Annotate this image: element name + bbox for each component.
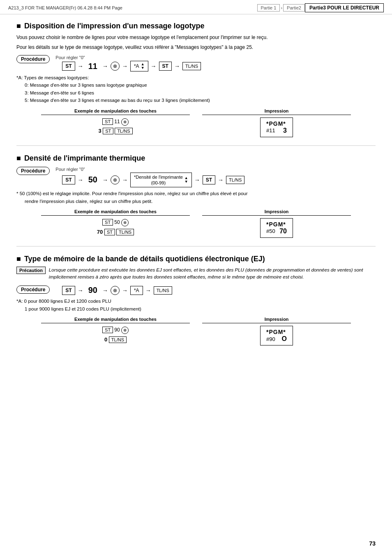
flow-tlns1: TL/NS xyxy=(182,62,201,70)
example-col-print-2: Impression *PGM* #50 70 xyxy=(202,209,351,238)
flow-times1: ⊗ xyxy=(111,62,120,71)
print-line2-row-3: #90 O xyxy=(266,335,287,343)
notes-section3: *A: 0 pour 8000 lignes EJ et 1200 codes … xyxy=(16,297,376,313)
arrow4: → xyxy=(151,63,157,69)
partie3-text: POUR LE DIRECTEUR xyxy=(326,5,379,11)
print-pgm-2: *PGM* xyxy=(266,221,287,228)
key2-50: 50 xyxy=(114,219,121,225)
flow-diagram-1: ST → 11 → ⊗ → *A ▲▼ → ST → TL/NS xyxy=(62,61,201,71)
flow2-st1: ST xyxy=(62,175,75,184)
section-density: Densité de l'imprimante thermique Procéd… xyxy=(16,154,376,238)
tab-partie2[interactable]: Partie2 xyxy=(283,4,305,12)
procedure-badge-3: Procédure xyxy=(16,286,50,294)
section3-title: Type de mémoire de la bande de détails q… xyxy=(16,255,376,263)
print-value-2: 70 xyxy=(279,228,287,235)
flow-diagram-3: ST → 90 → ⊗ → *A → TL/NS xyxy=(62,286,172,295)
flow2-density-container: *Densité de l'imprimante(00-99) ▲▼ xyxy=(130,173,192,188)
example-table-3: Exemple de manipulation des touches ST 9… xyxy=(41,317,351,345)
key3-90: 90 xyxy=(114,327,121,333)
example-col-print-1: Impression *PGM* #11 3 xyxy=(202,108,351,137)
flow-num1: 11 xyxy=(88,62,97,71)
print-line2-row-2: #50 70 xyxy=(266,228,287,235)
example-col-print-3: Impression *PGM* #90 O xyxy=(202,317,351,345)
arrow5: → xyxy=(174,63,180,69)
arrow2-3: → xyxy=(122,177,128,183)
flow2-times: ⊗ xyxy=(111,175,120,184)
flow2-tlns: TL/NS xyxy=(226,176,244,184)
example-header-print-3: Impression xyxy=(202,317,351,323)
flow3-times: ⊗ xyxy=(111,286,120,295)
example-header-keys-3: Exemple de manipulation des touches xyxy=(41,317,190,323)
example-header-print-2: Impression xyxy=(202,209,351,216)
arrow2: → xyxy=(102,63,108,69)
example-keys-3: ST 90 ⊗ 0 TL/NS xyxy=(41,326,190,344)
key2-st2: ST xyxy=(104,229,115,235)
example-col-keys-1: Exemple de manipulation des touches ST 1… xyxy=(41,108,190,136)
section1-intro1: Vous pouvez choisir le nombre de lignes … xyxy=(16,34,376,41)
key2-70: 70 xyxy=(97,229,104,235)
key3-tlns: TL/NS xyxy=(109,336,127,343)
key3-times: ⊗ xyxy=(121,327,129,334)
arrow2-2: → xyxy=(102,177,108,183)
print-box-3: *PGM* #90 O xyxy=(260,326,293,345)
example-header-keys-2: Exemple de manipulation des touches xyxy=(41,209,190,216)
flow2-density-label: *Densité de l'imprimante(00-99) xyxy=(134,174,183,186)
note-section2: * 50 (100%) est le réglage implicite. Po… xyxy=(16,190,376,205)
key-st2: ST xyxy=(103,128,113,134)
flow-st2: ST xyxy=(159,62,172,71)
print-value-1: 3 xyxy=(283,127,287,134)
header-left-text: A213_3 FOR THE MANAGER(Fr) 06.4.28 8:44 … xyxy=(8,5,122,10)
flow-a-container: *A ▲▼ xyxy=(130,61,148,71)
divider-2 xyxy=(16,246,376,246)
pour-regler-2: Pour régler "0" xyxy=(55,167,244,172)
flow3-st1: ST xyxy=(62,286,75,295)
flow-diagram-2: ST → 50 → ⊗ → *Densité de l'imprimante(0… xyxy=(62,173,244,188)
flow2-num: 50 xyxy=(88,175,97,184)
caution-text: Lorsque cette procédure est exécutée les… xyxy=(49,267,376,281)
flow3-a-label: *A xyxy=(134,288,139,293)
tab-separator: › xyxy=(280,5,283,10)
divider-1 xyxy=(16,145,376,146)
tab-bar: Partie 1 › Partie2 Partie3 POUR LE DIREC… xyxy=(257,3,384,12)
tab-partie1[interactable]: Partie 1 xyxy=(257,4,280,12)
flow-a-label: *A xyxy=(134,63,139,69)
print-pgm-3: *PGM* xyxy=(266,329,287,335)
arrow3-2: → xyxy=(102,287,108,294)
example-table-2: Exemple de manipulation des touches ST 5… xyxy=(41,209,351,238)
print-num-1: #11 xyxy=(266,127,275,134)
notes-section1: *A: Types de messages logotypes: 0: Mess… xyxy=(16,74,376,104)
arrow3-1: → xyxy=(78,287,83,294)
updown-arrows: ▲▼ xyxy=(141,62,145,70)
key-3: 3 xyxy=(98,128,103,134)
caution-badge: Précaution xyxy=(16,267,46,274)
note2-1: rendre l'impression plus claire, réglez … xyxy=(25,198,376,205)
example-print-1: *PGM* #11 3 xyxy=(202,117,351,137)
print-box-1: *PGM* #11 3 xyxy=(260,117,293,137)
example-table-1: Exemple de manipulation des touches ST 1… xyxy=(41,108,351,137)
arrow1: → xyxy=(78,63,83,69)
example-header-keys-1: Exemple de manipulation des touches xyxy=(41,108,190,115)
key2-tlns: TL/NS xyxy=(116,229,134,235)
flow2-st2: ST xyxy=(203,175,215,184)
print-box-2: *PGM* #50 70 xyxy=(260,218,293,238)
pour-regler-1: Pour régler "0" xyxy=(55,55,201,60)
key-times: ⊗ xyxy=(121,118,129,126)
procedure-badge-2: Procédure xyxy=(16,167,50,175)
key2-times: ⊗ xyxy=(121,219,129,226)
flow-st1: ST xyxy=(62,62,75,71)
note1-3: 5: Message d'en-tête sur 3 lignes et mes… xyxy=(25,97,376,104)
note3-1: 1 pour 9000 lignes EJ et 210 codes PLU (… xyxy=(25,305,376,313)
note3-0: *A: 0 pour 8000 lignes EJ et 1200 codes … xyxy=(16,297,376,305)
main-content: Disposition de l'impression d'un message… xyxy=(0,14,392,358)
example-header-print-1: Impression xyxy=(202,108,351,115)
arrow3-4: → xyxy=(145,287,151,294)
example-print-3: *PGM* #90 O xyxy=(202,326,351,345)
key2-st: ST xyxy=(102,219,113,226)
print-value-3: O xyxy=(282,335,287,343)
section1-title: Disposition de l'impression d'un message… xyxy=(16,22,376,30)
tab-partie3[interactable]: Partie3 POUR LE DIRECTEUR xyxy=(305,3,384,12)
example-col-keys-2: Exemple de manipulation des touches ST 5… xyxy=(41,209,190,237)
arrow3-3: → xyxy=(122,287,128,294)
print-line2-row-1: #11 3 xyxy=(266,127,287,134)
example-keys-2: ST 50 ⊗ 70 ST TL/NS xyxy=(41,218,190,237)
